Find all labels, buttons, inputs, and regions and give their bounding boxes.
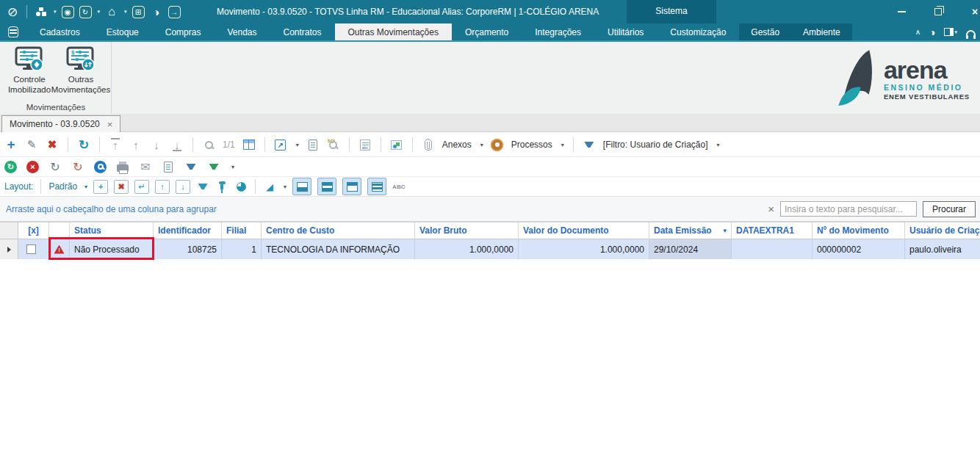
close-tab-icon[interactable]: ×: [107, 119, 113, 130]
pie-button[interactable]: [234, 179, 248, 194]
pin-button[interactable]: [215, 179, 228, 194]
email-button[interactable]: ✉: [139, 159, 152, 174]
header-dataextra1[interactable]: DATAEXTRA1: [732, 222, 813, 239]
header-valor-bruto[interactable]: Valor Bruto: [415, 222, 519, 239]
zoom-record-button[interactable]: [94, 161, 107, 173]
table-row[interactable]: Não Processado 108725 1 TECNOLOGIA DA IN…: [0, 239, 980, 259]
export-button[interactable]: ↗: [274, 137, 287, 152]
header-status[interactable]: Status: [70, 222, 154, 239]
column-chooser-button[interactable]: [242, 137, 256, 152]
menu-tab-compras[interactable]: Compras: [152, 23, 215, 40]
close-button[interactable]: ×: [967, 4, 980, 20]
view-panel-split-button[interactable]: [317, 178, 336, 195]
totvs-logo-icon[interactable]: ⊘: [6, 5, 19, 18]
menu-tab-outras-movimentacoes[interactable]: Outras Movimentações: [335, 23, 452, 40]
header-centro-de-custo[interactable]: Centro de Custo: [262, 222, 415, 239]
confirm-refresh-button[interactable]: ↻: [4, 161, 17, 173]
menu-tab-customizacao[interactable]: Customização: [657, 23, 739, 40]
controle-imobilizado-button[interactable]: Controle Imobilizado: [1, 46, 57, 95]
layout-restore-button[interactable]: ↵: [134, 180, 149, 194]
filter-caret-icon[interactable]: ▾: [717, 142, 720, 148]
history-icon[interactable]: ↻: [79, 6, 92, 18]
header-identificador[interactable]: Identificador: [154, 222, 222, 239]
search-records-icon[interactable]: [202, 137, 215, 152]
row-checkbox[interactable]: [26, 244, 36, 254]
sql-view-button[interactable]: [327, 137, 340, 152]
theme-icon[interactable]: ◑: [150, 5, 163, 18]
clear-search-icon[interactable]: ×: [768, 203, 774, 215]
exit-icon[interactable]: →: [168, 6, 181, 18]
restore-button[interactable]: [930, 4, 946, 20]
layout-preset-dropdown[interactable]: Padrão: [48, 181, 77, 192]
menu-tab-cadastros[interactable]: Cadastros: [26, 23, 93, 40]
menu-tab-ambiente[interactable]: Ambiente: [791, 23, 852, 40]
apps-grid-icon[interactable]: ⊞: [132, 6, 145, 18]
add-button[interactable]: +: [4, 137, 18, 152]
view-panel-rows-button[interactable]: [367, 178, 386, 195]
export-caret-icon[interactable]: ▾: [296, 142, 299, 148]
header-filial[interactable]: Filial: [222, 222, 262, 239]
menu-tab-orcamento[interactable]: Orçamento: [452, 23, 522, 40]
layout-export-button[interactable]: ↑: [155, 180, 170, 194]
filter-blue-button[interactable]: [184, 159, 198, 174]
theme-circle-icon[interactable]: ◑: [929, 26, 935, 38]
layout-import-button[interactable]: ↓: [176, 180, 190, 194]
chart-button[interactable]: ◢: [263, 179, 276, 194]
spellcheck-abc-icon[interactable]: ABC: [392, 184, 405, 190]
app-menu-button[interactable]: [0, 23, 26, 40]
header-status-icon-column[interactable]: [49, 222, 70, 239]
document-button[interactable]: [162, 159, 175, 174]
processos-button[interactable]: Processos: [511, 139, 552, 150]
document-tab-movimento[interactable]: Movimento - 03.9.0520 ×: [1, 115, 120, 132]
view-panel-top-button[interactable]: [342, 178, 361, 195]
chevron-down-icon[interactable]: ▾: [98, 9, 101, 15]
reload-button[interactable]: ↻: [48, 159, 62, 174]
report-button[interactable]: [306, 137, 320, 152]
layout-add-button[interactable]: +: [93, 180, 108, 194]
header-usuario-criacao[interactable]: Usuário de Criação: [905, 222, 980, 239]
processos-caret-icon[interactable]: ▾: [561, 142, 564, 148]
print-button[interactable]: [116, 159, 129, 174]
search-input[interactable]: [780, 201, 917, 217]
layout-preset-caret-icon[interactable]: ▾: [84, 184, 87, 190]
go-next-button[interactable]: ↓: [150, 137, 163, 152]
profile-window-button[interactable]: [390, 137, 403, 152]
chevron-down-icon[interactable]: ▾: [124, 9, 127, 15]
chevron-down-icon[interactable]: ▾: [54, 9, 57, 15]
support-headset-icon[interactable]: [966, 27, 976, 37]
panel-layout-icon[interactable]: ▾: [944, 28, 957, 36]
sync-button[interactable]: ↻: [71, 159, 84, 174]
header-data-emissao[interactable]: Data Emissão▼: [649, 222, 732, 239]
go-last-button[interactable]: ↓: [170, 137, 184, 152]
collapse-ribbon-icon[interactable]: ∧: [915, 28, 920, 36]
header-num-movimento[interactable]: Nº do Movimento: [813, 222, 905, 239]
refresh-button[interactable]: ↻: [77, 137, 90, 152]
menu-tab-vendas[interactable]: Vendas: [214, 23, 270, 40]
active-filter-button[interactable]: [Filtro: Usuario de Criação]: [603, 139, 708, 150]
edit-button[interactable]: ✎: [25, 137, 38, 152]
filter-green-button[interactable]: [207, 159, 220, 174]
monitor-eye-icon[interactable]: ◉: [62, 6, 74, 18]
anexos-button[interactable]: Anexos: [442, 139, 472, 150]
menu-tab-estoque[interactable]: Estoque: [93, 23, 152, 40]
menu-tab-contratos[interactable]: Contratos: [270, 23, 334, 40]
delete-button[interactable]: ✖: [46, 137, 59, 152]
header-valor-do-documento[interactable]: Valor do Documento: [519, 222, 649, 239]
go-first-button[interactable]: ↑: [109, 137, 122, 152]
filter-green-caret-icon[interactable]: ▾: [231, 164, 234, 170]
search-button[interactable]: Procurar: [923, 201, 976, 217]
layout-delete-button[interactable]: ✖: [114, 180, 129, 194]
view-panel-bottom-button[interactable]: [292, 178, 311, 195]
layout-filter-button[interactable]: [196, 179, 209, 194]
anexos-caret-icon[interactable]: ▾: [480, 142, 483, 148]
menu-tab-integracoes[interactable]: Integrações: [522, 23, 594, 40]
go-previous-button[interactable]: ↑: [129, 137, 143, 152]
chart-caret-icon[interactable]: ▾: [284, 184, 287, 190]
menu-tab-utilitarios[interactable]: Utilitários: [594, 23, 657, 40]
spell-form-button[interactable]: [359, 137, 372, 152]
menu-tab-gestao[interactable]: Gestão: [739, 23, 791, 40]
org-chart-icon[interactable]: [35, 5, 48, 18]
home-icon[interactable]: ⌂: [105, 5, 118, 18]
header-checkbox-column[interactable]: [x]: [18, 222, 49, 239]
minimize-button[interactable]: [893, 4, 909, 20]
